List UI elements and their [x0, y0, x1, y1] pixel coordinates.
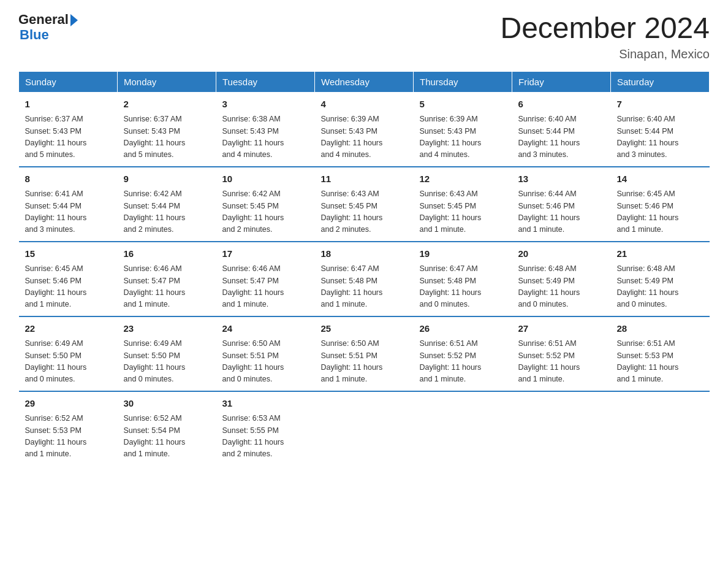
day-number: 13	[518, 172, 605, 186]
day-cell: 14Sunrise: 6:45 AMSunset: 5:46 PMDayligh…	[611, 167, 710, 242]
day-number: 23	[124, 322, 210, 336]
week-row-3: 15Sunrise: 6:45 AMSunset: 5:46 PMDayligh…	[19, 242, 710, 316]
header-cell-sunday: Sunday	[19, 71, 118, 92]
day-number: 22	[25, 322, 112, 336]
day-number: 7	[617, 98, 703, 112]
day-cell: 16Sunrise: 6:46 AMSunset: 5:47 PMDayligh…	[118, 242, 216, 316]
day-number: 9	[124, 172, 210, 186]
day-number: 28	[617, 322, 703, 336]
day-cell: 2Sunrise: 6:37 AMSunset: 5:43 PMDaylight…	[118, 92, 216, 167]
header-cell-saturday: Saturday	[611, 71, 710, 92]
week-row-1: 1Sunrise: 6:37 AMSunset: 5:43 PMDaylight…	[19, 92, 710, 167]
day-info: Sunrise: 6:37 AMSunset: 5:43 PMDaylight:…	[25, 113, 112, 161]
header-row: SundayMondayTuesdayWednesdayThursdayFrid…	[19, 71, 710, 92]
day-number: 21	[617, 247, 703, 261]
day-info: Sunrise: 6:44 AMSunset: 5:46 PMDaylight:…	[518, 188, 605, 236]
day-info: Sunrise: 6:40 AMSunset: 5:44 PMDaylight:…	[518, 113, 605, 161]
day-number: 3	[222, 98, 309, 112]
calendar-body: 1Sunrise: 6:37 AMSunset: 5:43 PMDaylight…	[19, 92, 710, 465]
day-cell: 21Sunrise: 6:48 AMSunset: 5:49 PMDayligh…	[611, 242, 710, 316]
day-info: Sunrise: 6:42 AMSunset: 5:44 PMDaylight:…	[124, 188, 210, 236]
day-info: Sunrise: 6:49 AMSunset: 5:50 PMDaylight:…	[25, 338, 112, 386]
day-info: Sunrise: 6:39 AMSunset: 5:43 PMDaylight:…	[420, 113, 506, 161]
day-cell: 24Sunrise: 6:50 AMSunset: 5:51 PMDayligh…	[216, 316, 315, 391]
day-cell: 9Sunrise: 6:42 AMSunset: 5:44 PMDaylight…	[118, 167, 216, 242]
header-cell-monday: Monday	[118, 71, 216, 92]
day-info: Sunrise: 6:39 AMSunset: 5:43 PMDaylight:…	[321, 113, 408, 161]
day-number: 5	[420, 98, 506, 112]
day-cell: 26Sunrise: 6:51 AMSunset: 5:52 PMDayligh…	[414, 316, 512, 391]
day-cell	[611, 391, 710, 465]
day-info: Sunrise: 6:48 AMSunset: 5:49 PMDaylight:…	[617, 263, 703, 311]
day-number: 8	[25, 172, 112, 186]
header-cell-thursday: Thursday	[414, 71, 512, 92]
logo: General Blue	[18, 12, 78, 43]
day-cell	[315, 391, 414, 465]
calendar-table: SundayMondayTuesdayWednesdayThursdayFrid…	[18, 71, 710, 465]
header-cell-tuesday: Tuesday	[216, 71, 315, 92]
day-info: Sunrise: 6:47 AMSunset: 5:48 PMDaylight:…	[321, 263, 408, 311]
day-number: 15	[25, 247, 112, 261]
day-cell: 6Sunrise: 6:40 AMSunset: 5:44 PMDaylight…	[512, 92, 611, 167]
day-info: Sunrise: 6:46 AMSunset: 5:47 PMDaylight:…	[222, 263, 309, 311]
day-cell: 8Sunrise: 6:41 AMSunset: 5:44 PMDaylight…	[19, 167, 118, 242]
day-number: 16	[124, 247, 210, 261]
day-number: 25	[321, 322, 408, 336]
calendar-header: SundayMondayTuesdayWednesdayThursdayFrid…	[19, 71, 710, 92]
day-cell: 22Sunrise: 6:49 AMSunset: 5:50 PMDayligh…	[19, 316, 118, 391]
day-info: Sunrise: 6:53 AMSunset: 5:55 PMDaylight:…	[222, 413, 309, 461]
day-cell	[512, 391, 611, 465]
day-cell: 31Sunrise: 6:53 AMSunset: 5:55 PMDayligh…	[216, 391, 315, 465]
day-info: Sunrise: 6:48 AMSunset: 5:49 PMDaylight:…	[518, 263, 605, 311]
day-cell: 15Sunrise: 6:45 AMSunset: 5:46 PMDayligh…	[19, 242, 118, 316]
week-row-5: 29Sunrise: 6:52 AMSunset: 5:53 PMDayligh…	[19, 391, 710, 465]
day-cell: 10Sunrise: 6:42 AMSunset: 5:45 PMDayligh…	[216, 167, 315, 242]
day-number: 27	[518, 322, 605, 336]
day-info: Sunrise: 6:40 AMSunset: 5:44 PMDaylight:…	[617, 113, 703, 161]
day-info: Sunrise: 6:51 AMSunset: 5:52 PMDaylight:…	[420, 338, 506, 386]
day-number: 14	[617, 172, 703, 186]
day-cell: 30Sunrise: 6:52 AMSunset: 5:54 PMDayligh…	[118, 391, 216, 465]
day-cell: 23Sunrise: 6:49 AMSunset: 5:50 PMDayligh…	[118, 316, 216, 391]
page-header: General Blue December 2024 Sinapan, Mexi…	[18, 12, 710, 61]
day-info: Sunrise: 6:37 AMSunset: 5:43 PMDaylight:…	[124, 113, 210, 161]
day-number: 19	[420, 247, 506, 261]
day-cell: 1Sunrise: 6:37 AMSunset: 5:43 PMDaylight…	[19, 92, 118, 167]
day-number: 31	[222, 397, 309, 411]
day-info: Sunrise: 6:42 AMSunset: 5:45 PMDaylight:…	[222, 188, 309, 236]
day-cell: 27Sunrise: 6:51 AMSunset: 5:52 PMDayligh…	[512, 316, 611, 391]
day-info: Sunrise: 6:41 AMSunset: 5:44 PMDaylight:…	[25, 188, 112, 236]
day-number: 12	[420, 172, 506, 186]
day-number: 4	[321, 98, 408, 112]
day-number: 10	[222, 172, 309, 186]
day-cell: 17Sunrise: 6:46 AMSunset: 5:47 PMDayligh…	[216, 242, 315, 316]
day-info: Sunrise: 6:51 AMSunset: 5:53 PMDaylight:…	[617, 338, 703, 386]
week-row-2: 8Sunrise: 6:41 AMSunset: 5:44 PMDaylight…	[19, 167, 710, 242]
day-cell: 12Sunrise: 6:43 AMSunset: 5:45 PMDayligh…	[414, 167, 512, 242]
day-cell: 29Sunrise: 6:52 AMSunset: 5:53 PMDayligh…	[19, 391, 118, 465]
day-cell: 28Sunrise: 6:51 AMSunset: 5:53 PMDayligh…	[611, 316, 710, 391]
day-number: 29	[25, 397, 112, 411]
day-cell: 20Sunrise: 6:48 AMSunset: 5:49 PMDayligh…	[512, 242, 611, 316]
day-info: Sunrise: 6:49 AMSunset: 5:50 PMDaylight:…	[124, 338, 210, 386]
day-info: Sunrise: 6:38 AMSunset: 5:43 PMDaylight:…	[222, 113, 309, 161]
day-info: Sunrise: 6:52 AMSunset: 5:53 PMDaylight:…	[25, 413, 112, 461]
day-info: Sunrise: 6:50 AMSunset: 5:51 PMDaylight:…	[321, 338, 408, 386]
day-cell: 25Sunrise: 6:50 AMSunset: 5:51 PMDayligh…	[315, 316, 414, 391]
day-info: Sunrise: 6:50 AMSunset: 5:51 PMDaylight:…	[222, 338, 309, 386]
calendar-title: December 2024	[500, 12, 710, 45]
day-cell: 19Sunrise: 6:47 AMSunset: 5:48 PMDayligh…	[414, 242, 512, 316]
day-cell: 18Sunrise: 6:47 AMSunset: 5:48 PMDayligh…	[315, 242, 414, 316]
day-info: Sunrise: 6:52 AMSunset: 5:54 PMDaylight:…	[124, 413, 210, 461]
week-row-4: 22Sunrise: 6:49 AMSunset: 5:50 PMDayligh…	[19, 316, 710, 391]
day-number: 2	[124, 98, 210, 112]
day-info: Sunrise: 6:45 AMSunset: 5:46 PMDaylight:…	[25, 263, 112, 311]
logo-text-general: General	[18, 12, 69, 27]
logo-triangle-icon	[70, 14, 78, 26]
day-number: 18	[321, 247, 408, 261]
day-cell: 3Sunrise: 6:38 AMSunset: 5:43 PMDaylight…	[216, 92, 315, 167]
day-info: Sunrise: 6:43 AMSunset: 5:45 PMDaylight:…	[321, 188, 408, 236]
header-cell-wednesday: Wednesday	[315, 71, 414, 92]
title-block: December 2024 Sinapan, Mexico	[500, 12, 710, 61]
day-info: Sunrise: 6:43 AMSunset: 5:45 PMDaylight:…	[420, 188, 506, 236]
